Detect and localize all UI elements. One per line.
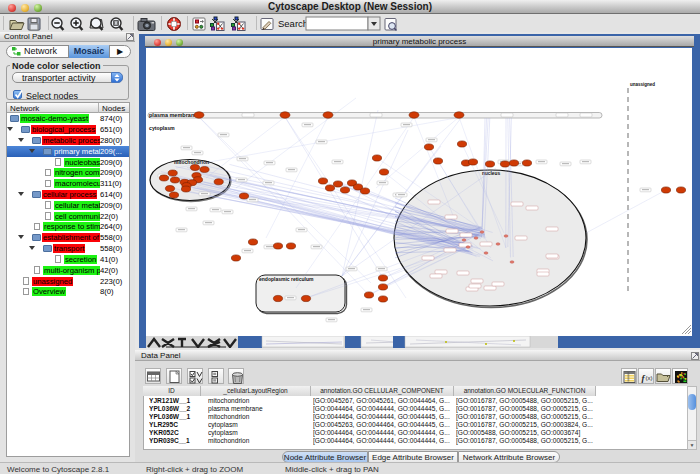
svg-text:plasma membrane: plasma membrane bbox=[149, 112, 197, 118]
svg-text:unassigned: unassigned bbox=[630, 82, 655, 87]
svg-text:mitochondrion: mitochondrion bbox=[174, 159, 209, 165]
svg-text:endoplasmic reticulum: endoplasmic reticulum bbox=[259, 276, 314, 282]
svg-text:cytoplasm: cytoplasm bbox=[149, 125, 175, 131]
svg-text:(x): (x) bbox=[646, 375, 653, 381]
